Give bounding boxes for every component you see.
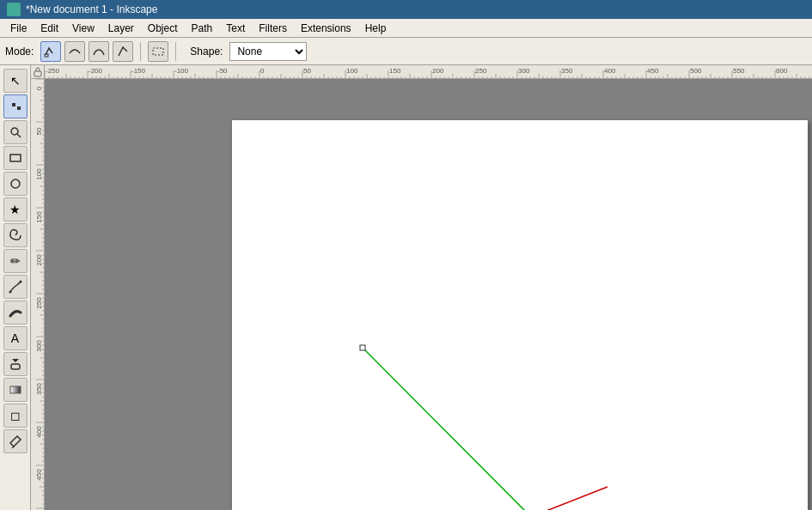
ruler-left: 050100150200250300350400450500: [31, 79, 45, 510]
svg-text:-50: -50: [217, 67, 228, 75]
mode-label: Mode:: [5, 46, 34, 58]
menu-object[interactable]: Object: [141, 21, 185, 36]
svg-line-12: [12, 446, 14, 448]
tool-node[interactable]: [3, 94, 27, 118]
svg-rect-0: [45, 54, 48, 57]
svg-rect-13: [34, 71, 41, 76]
svg-rect-6: [10, 155, 21, 161]
svg-rect-1: [153, 48, 163, 55]
svg-text:600: 600: [776, 67, 788, 75]
svg-text:550: 550: [733, 67, 745, 75]
mode-btn-spiro[interactable]: [64, 41, 85, 62]
tool-gradient[interactable]: [3, 378, 27, 402]
svg-point-8: [9, 291, 11, 294]
svg-text:0: 0: [260, 67, 265, 75]
svg-point-9: [19, 281, 21, 283]
menu-edit[interactable]: Edit: [34, 21, 65, 36]
svg-text:250: 250: [475, 67, 487, 75]
drawing-area[interactable]: [45, 79, 812, 510]
svg-line-5: [17, 134, 21, 137]
toolbar-separator-2: [175, 42, 176, 61]
svg-text:150: 150: [35, 211, 43, 223]
svg-text:50: 50: [303, 67, 311, 75]
tool-pen[interactable]: [3, 275, 27, 299]
menu-help[interactable]: Help: [358, 21, 394, 36]
svg-text:500: 500: [690, 67, 702, 75]
svg-text:-100: -100: [174, 67, 189, 75]
tool-pencil[interactable]: ✏: [3, 249, 27, 273]
mode-btn-bezier[interactable]: [40, 41, 61, 62]
svg-text:350: 350: [35, 383, 43, 395]
svg-text:450: 450: [35, 469, 43, 481]
menubar: File Edit View Layer Object Path Text Fi…: [0, 19, 812, 38]
svg-text:200: 200: [432, 67, 444, 75]
canvas-area: -250-200-150-100-50050100150200250300350…: [31, 65, 812, 510]
svg-text:350: 350: [561, 67, 573, 75]
menu-layer[interactable]: Layer: [101, 21, 141, 36]
svg-text:0: 0: [35, 86, 43, 90]
menu-path[interactable]: Path: [185, 21, 220, 36]
svg-rect-2: [12, 103, 15, 106]
shape-select[interactable]: None Triangle Square Pentagon Hexagon: [229, 42, 307, 61]
svg-point-4: [11, 128, 18, 135]
svg-text:-200: -200: [89, 67, 103, 75]
menu-view[interactable]: View: [65, 21, 101, 36]
tool-bucket[interactable]: [3, 352, 27, 376]
menu-file[interactable]: File: [3, 21, 34, 36]
menu-filters[interactable]: Filters: [252, 21, 294, 36]
canvas-page: [232, 120, 808, 510]
svg-text:400: 400: [604, 67, 616, 75]
mode-btn-bspline[interactable]: [89, 41, 109, 62]
ruler-corner: [31, 65, 45, 79]
main-area: ↖ ★ ✏ A ◻: [0, 65, 812, 510]
left-toolbar: ↖ ★ ✏ A ◻: [0, 65, 31, 510]
tool-eraser[interactable]: ◻: [3, 404, 27, 428]
svg-text:100: 100: [346, 67, 358, 75]
toolbar-separator-1: [140, 42, 141, 61]
svg-rect-10: [11, 364, 20, 369]
shape-label: Shape:: [190, 46, 223, 58]
tool-star[interactable]: ★: [3, 197, 27, 222]
ruler-top: -250-200-150-100-50050100150200250300350…: [45, 65, 812, 79]
svg-text:50: 50: [35, 127, 43, 135]
tool-text[interactable]: A: [3, 326, 27, 350]
svg-text:250: 250: [35, 297, 43, 309]
svg-text:-250: -250: [46, 67, 60, 75]
svg-point-7: [11, 179, 20, 188]
tool-dropper[interactable]: [3, 429, 27, 453]
svg-rect-11: [10, 386, 21, 393]
tool-rect[interactable]: [3, 146, 27, 170]
svg-text:450: 450: [647, 67, 659, 75]
tool-circle[interactable]: [3, 172, 27, 196]
window-title: *New document 1 - Inkscape: [26, 3, 157, 15]
tool-spiral[interactable]: [3, 223, 27, 247]
app-icon: [7, 3, 21, 16]
menu-text[interactable]: Text: [219, 21, 252, 36]
menu-extensions[interactable]: Extensions: [294, 21, 358, 36]
svg-text:300: 300: [35, 340, 43, 352]
svg-text:200: 200: [35, 254, 43, 266]
svg-text:100: 100: [35, 168, 43, 180]
svg-text:300: 300: [518, 67, 530, 75]
tool-selector[interactable]: ↖: [3, 69, 27, 93]
mode-btn-box[interactable]: [148, 41, 168, 62]
svg-text:-150: -150: [131, 67, 146, 75]
svg-text:400: 400: [35, 426, 43, 438]
svg-rect-3: [17, 106, 21, 110]
mode-btn-corners[interactable]: [113, 41, 133, 62]
svg-text:150: 150: [389, 67, 401, 75]
titlebar: *New document 1 - Inkscape: [0, 0, 812, 19]
tool-calligraphy[interactable]: [3, 301, 27, 325]
tool-zoom[interactable]: [3, 120, 27, 144]
toolbar: Mode: Shape: None Triangle Square Pentag…: [0, 38, 812, 65]
